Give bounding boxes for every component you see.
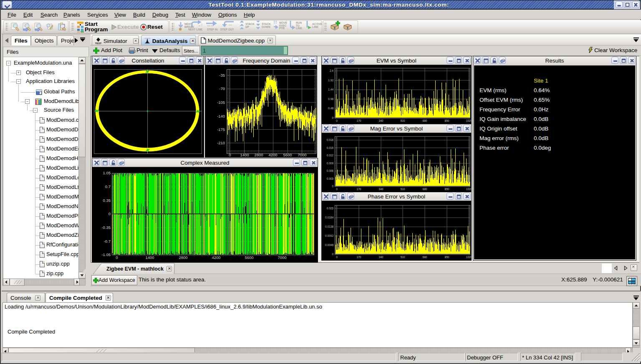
svg-text:-210: -210 [217, 141, 225, 145]
svg-text:0.023: 0.023 [327, 207, 334, 210]
svg-text:1020: 1020 [466, 119, 471, 122]
svg-text:0: 0 [109, 211, 111, 216]
svg-text:1020: 1020 [466, 256, 471, 259]
svg-text:1400: 1400 [240, 153, 249, 157]
svg-text:-0.7: -0.7 [104, 239, 111, 244]
svg-text:0.0184: 0.0184 [325, 216, 333, 219]
svg-text:1.44: 1.44 [328, 88, 333, 91]
svg-text:7000: 7000 [278, 255, 286, 260]
svg-text:0: 0 [336, 188, 338, 191]
svg-text:680: 680 [423, 119, 427, 122]
svg-text:-175: -175 [217, 127, 225, 132]
svg-text:-35: -35 [219, 73, 225, 78]
svg-text:0: 0 [336, 256, 338, 259]
svg-text:0: 0 [229, 153, 231, 157]
svg-text:1020: 1020 [466, 188, 471, 191]
svg-text:0.009: 0.009 [327, 162, 334, 165]
svg-text:0.015: 0.015 [327, 146, 334, 149]
svg-text:0.48: 0.48 [328, 107, 333, 110]
svg-text:0: 0 [116, 255, 118, 260]
svg-text:-140: -140 [217, 114, 225, 118]
svg-text:340: 340 [379, 119, 384, 122]
svg-text:5600: 5600 [283, 153, 292, 157]
svg-text:510: 510 [401, 119, 405, 122]
svg-text:1.05: 1.05 [103, 171, 111, 175]
svg-text:-1.05: -1.05 [101, 252, 111, 257]
svg-text:0.006: 0.006 [327, 169, 334, 172]
svg-text:-70: -70 [219, 86, 225, 91]
svg-text:4200: 4200 [268, 153, 277, 157]
svg-text:0: 0 [332, 185, 333, 188]
svg-text:?: ? [38, 92, 40, 95]
svg-text:170: 170 [357, 188, 361, 191]
svg-text:850: 850 [445, 119, 449, 122]
svg-text:0.7: 0.7 [105, 184, 111, 189]
svg-text:850: 850 [445, 188, 449, 191]
svg-text:0: 0 [332, 253, 333, 256]
svg-text:4200: 4200 [212, 255, 220, 260]
svg-text:340: 340 [379, 256, 384, 259]
svg-text:510: 510 [401, 256, 405, 259]
svg-text:2800: 2800 [179, 255, 187, 260]
svg-text:0.003: 0.003 [327, 177, 334, 180]
svg-text:0: 0 [332, 116, 333, 119]
svg-text:1.92: 1.92 [328, 79, 333, 82]
svg-text:0.0092: 0.0092 [325, 234, 333, 237]
svg-text:680: 680 [423, 188, 427, 191]
svg-text:680: 680 [423, 256, 427, 259]
svg-text:2800: 2800 [254, 153, 263, 157]
svg-text:TEST: TEST [95, 42, 102, 45]
svg-text:0.018: 0.018 [327, 138, 334, 141]
svg-text:7000: 7000 [298, 153, 306, 157]
svg-text:0.0138: 0.0138 [325, 225, 333, 228]
svg-text:2.4: 2.4 [330, 69, 333, 72]
svg-text:170: 170 [357, 256, 361, 259]
svg-text:340: 340 [379, 188, 384, 191]
svg-text:0.012: 0.012 [327, 154, 334, 157]
svg-text:-0.35: -0.35 [101, 225, 111, 230]
svg-text:-105: -105 [217, 100, 225, 105]
svg-text:510: 510 [401, 188, 405, 191]
svg-text:170: 170 [357, 119, 361, 122]
svg-text:0.96: 0.96 [328, 98, 333, 100]
svg-text:0.35: 0.35 [103, 198, 111, 203]
svg-text:0: 0 [336, 119, 338, 122]
svg-text:5600: 5600 [245, 255, 253, 260]
svg-text:850: 850 [445, 256, 449, 259]
svg-text:0.0046: 0.0046 [325, 244, 333, 246]
svg-text:1400: 1400 [145, 255, 154, 260]
